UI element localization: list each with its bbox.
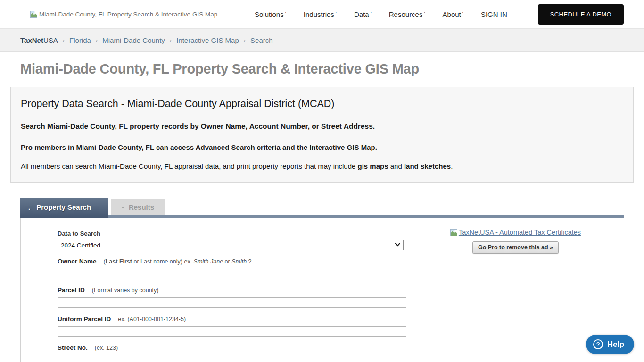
top-header: Miami-Dade County, FL Property Search & … — [0, 0, 644, 28]
chevron-down-icon: ' — [285, 11, 286, 16]
uniform-parcel-id-input[interactable] — [58, 326, 406, 337]
tab-underline-bar — [20, 215, 624, 218]
owner-name-hint: (Last First or Last name only) ex. Smith… — [104, 258, 252, 265]
data-to-search-select-wrap: 2024 Certified — [58, 240, 404, 250]
tab-results-label: Results — [129, 203, 154, 211]
uniform-parcel-id-label: Uniform Parcel ID — [58, 315, 111, 322]
parcel-id-hint: (Format varies by county) — [92, 287, 159, 294]
tab-results[interactable]: - Results — [111, 199, 165, 215]
intro-line-1: Search Miami-Dade County, FL property re… — [21, 122, 623, 131]
nav-item-about[interactable]: About ' — [443, 10, 463, 18]
main-nav: Solutions ' Industries ' Data ' Resource… — [255, 4, 624, 25]
sign-in-link[interactable]: SIGN IN — [481, 10, 507, 18]
intro-line-3: All members can search Miami-Dade County… — [21, 162, 623, 170]
intro-line-3-suffix: . — [451, 162, 453, 170]
breadcrumb-item-gis-map[interactable]: Interactive GIS Map — [176, 36, 239, 44]
broken-image-icon — [450, 229, 457, 236]
nav-item-industries[interactable]: Industries ' — [304, 10, 337, 18]
chevron-down-icon: ' — [462, 11, 463, 16]
data-to-search-label: Data to Search — [58, 230, 100, 237]
intro-line-2: Pro members in Miami-Dade County, FL can… — [21, 143, 623, 151]
nav-label: Industries — [304, 10, 334, 18]
field-data-to-search: Data to Search 2024 Certified — [58, 230, 408, 250]
street-no-label: Street No. — [58, 344, 88, 351]
breadcrumb-brand-link[interactable]: TaxNetUSA — [20, 36, 58, 44]
owner-name-label: Owner Name — [58, 258, 97, 265]
breadcrumb-item-county[interactable]: Miami-Dade County — [102, 36, 165, 44]
field-owner-name: Owner Name (Last First or Last name only… — [58, 258, 408, 279]
breadcrumb-separator-icon: › — [244, 37, 246, 44]
search-panel: Data to Search 2024 Certified Owner Name… — [20, 218, 623, 362]
breadcrumb-item-search[interactable]: Search — [250, 36, 273, 44]
brand-bold: TaxNet — [20, 36, 43, 44]
breadcrumb-separator-icon: › — [170, 37, 172, 44]
ad-link-text: TaxNetUSA - Automated Tax Certificates — [459, 229, 581, 236]
site-logo[interactable]: Miami-Dade County, FL Property Search & … — [30, 11, 217, 18]
page-title: Miami-Dade County, FL Property Search & … — [20, 61, 624, 77]
nav-label: Resources — [389, 10, 423, 18]
street-no-input[interactable] — [58, 355, 406, 362]
chevron-down-icon: ' — [371, 11, 372, 16]
breadcrumb-separator-icon: › — [96, 37, 98, 44]
breadcrumb-separator-icon: › — [63, 37, 65, 44]
nav-label: About — [443, 10, 461, 18]
intro-line-3-prefix: All members can search Miami-Dade County… — [21, 162, 358, 170]
logo-alt-text: Miami-Dade County, FL Property Search & … — [39, 11, 217, 18]
field-street-no: Street No. (ex. 123) — [58, 344, 408, 362]
parcel-id-label: Parcel ID — [58, 287, 85, 294]
brand-rest: USA — [43, 36, 58, 44]
uniform-parcel-id-hint: ex. (A01-000-001-1234-5) — [118, 316, 186, 322]
help-button[interactable]: ? Help — [586, 335, 634, 354]
question-mark-icon: ? — [593, 339, 603, 349]
chevron-down-icon: ' — [424, 11, 425, 16]
intro-box: Property Data Search - Miami-Dade County… — [10, 87, 634, 183]
ad-link[interactable]: TaxNetUSA - Automated Tax Certificates — [450, 229, 581, 236]
field-parcel-id: Parcel ID (Format varies by county) — [58, 287, 408, 308]
tab-dash-icon: - — [122, 203, 124, 211]
intro-line-3-gis-maps: gis maps — [358, 162, 388, 170]
owner-name-input[interactable] — [58, 269, 406, 279]
tab-bullet-icon: . — [28, 203, 30, 211]
field-uniform-parcel-id: Uniform Parcel ID ex. (A01-000-001-1234-… — [58, 315, 408, 337]
nav-item-solutions[interactable]: Solutions ' — [255, 10, 286, 18]
breadcrumb-item-florida[interactable]: Florida — [69, 36, 91, 44]
intro-line-3-mid: and — [388, 162, 404, 170]
property-search-form: Data to Search 2024 Certified Owner Name… — [21, 218, 408, 362]
tab-property-search-label: Property Search — [36, 203, 91, 211]
broken-image-icon — [30, 11, 37, 18]
chevron-down-icon: ' — [336, 11, 337, 16]
go-pro-button[interactable]: Go Pro to remove this ad » — [472, 241, 559, 254]
nav-item-data[interactable]: Data ' — [354, 10, 372, 18]
schedule-demo-button[interactable]: SCHEDULE A DEMO — [538, 4, 624, 25]
tab-property-search[interactable]: . Property Search — [20, 198, 108, 218]
data-to-search-select[interactable]: 2024 Certified — [58, 240, 404, 250]
street-no-hint: (ex. 123) — [95, 345, 118, 351]
tabs: . Property Search - Results — [20, 198, 624, 218]
help-button-label: Help — [607, 340, 624, 349]
breadcrumb: TaxNetUSA › Florida › Miami-Dade County … — [0, 28, 644, 52]
parcel-id-input[interactable] — [58, 297, 406, 308]
intro-heading: Property Data Search - Miami-Dade County… — [21, 98, 623, 110]
nav-item-resources[interactable]: Resources ' — [389, 10, 425, 18]
nav-label: Solutions — [255, 10, 284, 18]
intro-line-3-land-sketches: land sketches — [404, 162, 451, 170]
nav-label: Data — [354, 10, 369, 18]
